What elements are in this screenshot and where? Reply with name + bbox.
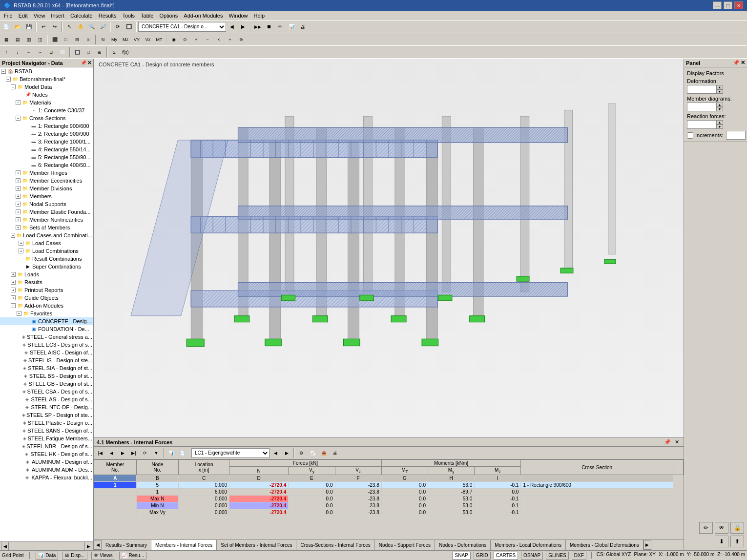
- tree-sets[interactable]: + 📁 Sets of Members: [0, 224, 93, 231]
- bt-print2[interactable]: 🖨: [330, 448, 340, 458]
- tree-cs4[interactable]: ▬ 4: Rectangle 550/14...: [0, 145, 93, 153]
- tb2-7[interactable]: ⊞: [72, 34, 83, 45]
- tb2-3[interactable]: ▥: [23, 34, 34, 45]
- tree-member-hinges[interactable]: + 📁 Member Hinges: [0, 169, 93, 177]
- menu-edit[interactable]: Edit: [16, 12, 31, 20]
- rp-paste-icon[interactable]: ⬆: [730, 536, 744, 547]
- tree-steel-ntc[interactable]: ◈ STEEL NTC-DF - Desig...: [0, 403, 93, 411]
- tb3-10[interactable]: Σ: [109, 47, 120, 58]
- tb3-4[interactable]: →: [35, 47, 45, 58]
- tab-nav-right[interactable]: ▶: [643, 540, 651, 550]
- table-row[interactable]: Max N 0.000 -2720.4 0.0 -23.8 0.0 53.0 -…: [94, 496, 684, 502]
- tb2-20[interactable]: ÷: [225, 34, 235, 45]
- tree-steel-bs[interactable]: ◈ STEEL BS - Design of st...: [0, 372, 93, 380]
- reaction-forces-up[interactable]: ▲: [716, 120, 723, 124]
- tree-super-combos[interactable]: ▶ Super Combinations: [0, 263, 93, 270]
- tree-aluminum-adm[interactable]: ◈ ALUMINUM ADM - Des...: [0, 466, 93, 474]
- tab-members-internal[interactable]: Members - Internal Forces: [151, 540, 217, 550]
- tree-steel-fatigue[interactable]: ◈ STEEL Fatigue Members...: [0, 435, 93, 442]
- nav-right[interactable]: ▶: [84, 541, 92, 551]
- tb-rotate[interactable]: ⟳: [112, 21, 123, 32]
- menu-options[interactable]: Options: [156, 12, 181, 20]
- status-views[interactable]: 👁 Views: [91, 552, 115, 560]
- tree-elastic-found[interactable]: + 📁 Member Elastic Founda...: [0, 208, 93, 216]
- bt-chart[interactable]: 📈: [307, 448, 318, 458]
- tb2-1[interactable]: ▦: [1, 34, 12, 45]
- table-row[interactable]: 1 6.000 -2720.4 0.0 -23.8 0.0 -89.7 0.0: [94, 489, 684, 496]
- menu-insert[interactable]: Insert: [48, 12, 67, 20]
- tb-stop[interactable]: ⏹: [264, 21, 274, 32]
- tb3-1[interactable]: ↑: [1, 47, 12, 58]
- deformation-down[interactable]: ▼: [716, 89, 723, 94]
- bt-last[interactable]: ▶|: [128, 448, 139, 458]
- viewport[interactable]: CONCRETE CA1 - Design of concrete member…: [94, 59, 684, 438]
- tree-nodes[interactable]: 📌 Nodes: [0, 91, 93, 99]
- bt-first[interactable]: |◀: [95, 448, 105, 458]
- panel-close-btn[interactable]: ✕: [673, 439, 681, 445]
- bt-filter[interactable]: ▼: [151, 448, 162, 458]
- tree-load-combos[interactable]: + 📁 Load Combinations: [0, 247, 93, 255]
- tb-prev[interactable]: ◀: [227, 21, 237, 32]
- rp-copy-icon[interactable]: ⬇: [715, 536, 728, 547]
- tb-next[interactable]: ▶: [238, 21, 249, 32]
- bt-next[interactable]: ▶: [117, 448, 128, 458]
- bt-refresh[interactable]: ⟳: [140, 448, 150, 458]
- tree-loads[interactable]: + 📁 Loads: [0, 270, 93, 278]
- tree-project[interactable]: − 📁 Betonrahmen-final*: [0, 75, 93, 83]
- tb-open[interactable]: 📂: [12, 21, 23, 32]
- bt-lc-prev[interactable]: ◀: [270, 448, 281, 458]
- tb-undo[interactable]: ↩: [38, 21, 49, 32]
- panel-pin-button[interactable]: 📌: [81, 60, 86, 65]
- tab-nodes-deform[interactable]: Nodes - Deformations: [435, 540, 491, 550]
- tb2-6[interactable]: □: [61, 34, 71, 45]
- tree-nonlinearities[interactable]: + 📁 Member Nonlinearities: [0, 216, 93, 224]
- tree-steel-sia[interactable]: ◈ STEEL SIA - Design of st...: [0, 364, 93, 372]
- close-button[interactable]: ✕: [734, 1, 743, 9]
- tab-nav-left[interactable]: ◀: [94, 540, 102, 550]
- tree-foundation[interactable]: ▣ FOUNDATION - De...: [0, 325, 93, 333]
- tb-run[interactable]: ▶▶: [252, 21, 263, 32]
- tb2-21[interactable]: ⊕: [236, 34, 247, 45]
- table-row[interactable]: 1 5 0.000 -2720.4 0.0 -23.8 0.0 53.0 -0.…: [94, 482, 684, 489]
- tree-steel-nbr[interactable]: ◈ STEEL NBR - Design of s...: [0, 442, 93, 450]
- tree-steel-csa[interactable]: ◈ STEEL CSA - Design of s...: [0, 388, 93, 395]
- bt-export-text[interactable]: 📄: [177, 448, 187, 458]
- status-glines[interactable]: GLINES: [546, 552, 569, 560]
- tree-materials[interactable]: − 📁 Materials: [0, 99, 93, 106]
- tb2-18[interactable]: −: [202, 34, 213, 45]
- menu-file[interactable]: File: [1, 12, 16, 20]
- tb-details[interactable]: 📊: [286, 21, 297, 32]
- status-cartes[interactable]: CARTES: [494, 552, 518, 560]
- deformation-input[interactable]: [687, 85, 716, 94]
- rp-close[interactable]: ✕: [741, 60, 745, 66]
- tree-printout[interactable]: + 📁 Printout Reports: [0, 286, 93, 294]
- member-diagrams-input[interactable]: [687, 103, 716, 111]
- tree-member-div[interactable]: + 📁 Member Divisions: [0, 185, 93, 192]
- deformation-up[interactable]: ▲: [716, 85, 723, 89]
- tree-cs2[interactable]: ▬ 2: Rectangle 900/900: [0, 130, 93, 138]
- menu-addon[interactable]: Add-on Modules: [181, 12, 226, 20]
- tb2-15[interactable]: ◉: [168, 34, 179, 45]
- tree-cs5[interactable]: ▬ 5: Rectangle 550/90...: [0, 153, 93, 161]
- tree-kappa[interactable]: ◈ KAPPA - Flexural buckli...: [0, 474, 93, 481]
- tb3-11[interactable]: f(x): [120, 47, 131, 58]
- menu-results[interactable]: Results: [96, 12, 120, 20]
- tree-cs1[interactable]: ▬ 1: Rectangle 900/600: [0, 122, 93, 130]
- tb3-7[interactable]: 🔲: [72, 47, 83, 58]
- tree-steel-general[interactable]: ◈ STEEL - General stress a...: [0, 333, 93, 341]
- tb-zoom-out[interactable]: 🔎: [98, 21, 108, 32]
- tree-aluminum[interactable]: ◈ ALUMINUM - Design of...: [0, 458, 93, 466]
- increments-checkbox[interactable]: [687, 132, 693, 139]
- status-grid[interactable]: GRID: [474, 552, 491, 560]
- tb3-2[interactable]: ↓: [12, 47, 23, 58]
- tree-cross-sections[interactable]: − 📁 Cross-Sections: [0, 114, 93, 122]
- tb-pan[interactable]: ✋: [75, 21, 86, 32]
- nav-left[interactable]: ◀: [1, 541, 9, 551]
- tree-guide-obj[interactable]: + 📁 Guide Objects: [0, 294, 93, 302]
- rp-lock-icon[interactable]: 🔒: [730, 522, 744, 534]
- tb-print[interactable]: 🖨: [297, 21, 308, 32]
- tree-member-ecc[interactable]: + 📁 Member Eccentricities: [0, 177, 93, 185]
- tree-concrete[interactable]: ▪ 1: Concrete C30/37: [0, 106, 93, 114]
- tb3-9[interactable]: ⊞: [94, 47, 105, 58]
- status-data[interactable]: 📊 Data: [36, 552, 58, 560]
